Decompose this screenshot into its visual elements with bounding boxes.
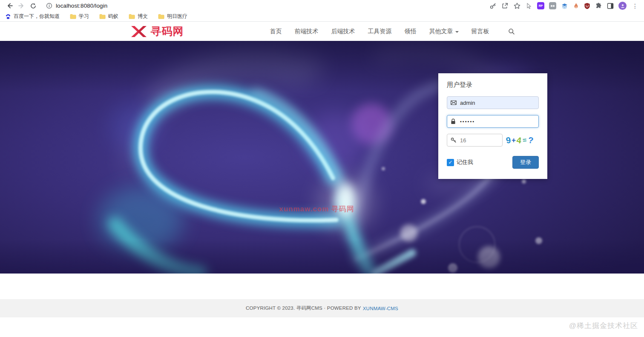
- folder-icon: [99, 14, 106, 19]
- bookmark-folder-mingri[interactable]: 明日医疗: [158, 13, 187, 20]
- folder-icon: [129, 14, 135, 19]
- browser-forward-button[interactable]: [16, 1, 26, 11]
- actions-row: ✓ 记住我 登录: [447, 156, 539, 169]
- username-input[interactable]: [447, 96, 539, 109]
- shield-extension-icon[interactable]: [584, 3, 590, 9]
- password-field-wrap: [447, 115, 539, 128]
- bookmark-label: 百度一下，你就知道: [14, 13, 60, 20]
- nav-item-guestbook[interactable]: 留言板: [472, 28, 489, 35]
- side-panel-icon[interactable]: [607, 3, 614, 9]
- search-icon: [508, 28, 515, 35]
- remember-me-checkbox-row[interactable]: ✓ 记住我: [447, 158, 473, 166]
- content-gap: [0, 274, 644, 299]
- browser-menu-icon[interactable]: ⋮: [631, 3, 639, 9]
- browser-reload-button[interactable]: [28, 1, 38, 11]
- remember-me-label: 记住我: [457, 158, 473, 166]
- cms-link[interactable]: XUNMAW-CMS: [363, 306, 398, 311]
- reload-icon: [30, 3, 37, 9]
- address-bar[interactable]: localhost:8080/login: [46, 3, 107, 9]
- site-logo[interactable]: 寻码网: [129, 24, 184, 38]
- nav-item-frontend[interactable]: 前端技术: [295, 28, 319, 35]
- bookmark-label: 明日医疗: [167, 13, 187, 20]
- logo-x-icon: [129, 25, 148, 38]
- arrow-right-icon: [18, 2, 25, 9]
- share-icon[interactable]: [501, 2, 509, 9]
- nav-search-button[interactable]: [508, 28, 515, 35]
- rp-label: RP: [539, 4, 543, 7]
- captcha-char: ?: [527, 135, 534, 144]
- layers-extension-icon[interactable]: [561, 2, 568, 9]
- copyright-text: COPYRIGHT © 2023. 寻码网CMS · POWERED BY: [246, 305, 361, 311]
- captcha-field-wrap: [447, 134, 503, 147]
- folder-icon: [158, 14, 164, 19]
- bookmark-folder-study[interactable]: 学习: [70, 13, 89, 20]
- password-key-icon[interactable]: [489, 2, 497, 9]
- bookmark-folder-mayi[interactable]: 码蚁: [99, 13, 118, 20]
- cursor-extension-icon[interactable]: [526, 3, 532, 9]
- bookmark-label: 学习: [79, 13, 89, 20]
- baidu-paw-icon: [5, 14, 11, 20]
- page-watermark: @稀土掘金技术社区: [569, 321, 638, 331]
- site-info-icon[interactable]: [46, 3, 52, 9]
- nav-item-backend[interactable]: 后端技术: [331, 28, 355, 35]
- browser-chrome: localhost:8080/login RP ⋮ 百度一下，你就知道 学习: [0, 0, 644, 22]
- logo-text: 寻码网: [151, 24, 184, 38]
- username-field-wrap: [447, 96, 539, 109]
- checkbox-checked-icon[interactable]: ✓: [447, 159, 454, 166]
- url-text[interactable]: localhost:8080/login: [56, 3, 107, 9]
- site-header: 寻码网 首页 前端技术 后端技术 工具资源 领悟 其他文章 留言板: [0, 22, 644, 41]
- nav-item-home[interactable]: 首页: [270, 28, 282, 35]
- captcha-char: =: [523, 137, 527, 144]
- hero-banner: xunmaw.com 寻码网 用户登录 9 +: [0, 41, 644, 274]
- login-title: 用户登录: [447, 81, 539, 89]
- captcha-row: 9 + 4 = ?: [447, 134, 539, 147]
- axure-rp-extension-icon[interactable]: RP: [537, 2, 544, 9]
- captcha-image[interactable]: 9 + 4 = ?: [506, 136, 533, 144]
- bookmark-label: 码蚁: [108, 13, 118, 20]
- viewer-extension-icon[interactable]: [549, 2, 556, 9]
- captcha-char: 4: [516, 135, 522, 144]
- nav-item-other-articles[interactable]: 其他文章: [429, 28, 459, 35]
- check-glyph: ✓: [448, 160, 452, 165]
- nav-item-insight[interactable]: 领悟: [405, 28, 417, 35]
- heart-background-image: [0, 41, 644, 274]
- chevron-down-icon: [455, 31, 459, 33]
- login-button[interactable]: 登录: [512, 156, 539, 169]
- bookmarks-bar: 百度一下，你就知道 学习 码蚁 博文 明日医疗: [0, 12, 644, 22]
- envelope-icon: [451, 101, 457, 105]
- profile-avatar[interactable]: [618, 2, 627, 10]
- bookmark-baidu[interactable]: 百度一下，你就知道: [5, 13, 60, 20]
- nav-item-tools[interactable]: 工具资源: [368, 28, 392, 35]
- main-nav: 首页 前端技术 后端技术 工具资源 领悟 其他文章 留言板: [270, 28, 515, 35]
- bookmark-star-icon[interactable]: [513, 2, 521, 10]
- bookmark-label: 博文: [138, 13, 148, 20]
- arrow-left-icon: [6, 2, 13, 9]
- hero-watermark-text: xunmaw.com 寻码网: [279, 204, 354, 214]
- key-icon: [451, 137, 457, 143]
- bookmark-folder-bowen[interactable]: 博文: [129, 13, 148, 20]
- lock-icon: [451, 118, 456, 124]
- captcha-char: +: [512, 136, 516, 144]
- folder-icon: [70, 14, 76, 19]
- flame-extension-icon[interactable]: [573, 3, 579, 9]
- footer: COPYRIGHT © 2023. 寻码网CMS · POWERED BY XU…: [0, 299, 644, 317]
- login-card: 用户登录 9 + 4 =: [438, 73, 547, 179]
- extensions-puzzle-icon[interactable]: [595, 2, 602, 9]
- captcha-char: 9: [506, 135, 512, 144]
- browser-back-button[interactable]: [4, 1, 14, 11]
- password-input[interactable]: [447, 115, 539, 128]
